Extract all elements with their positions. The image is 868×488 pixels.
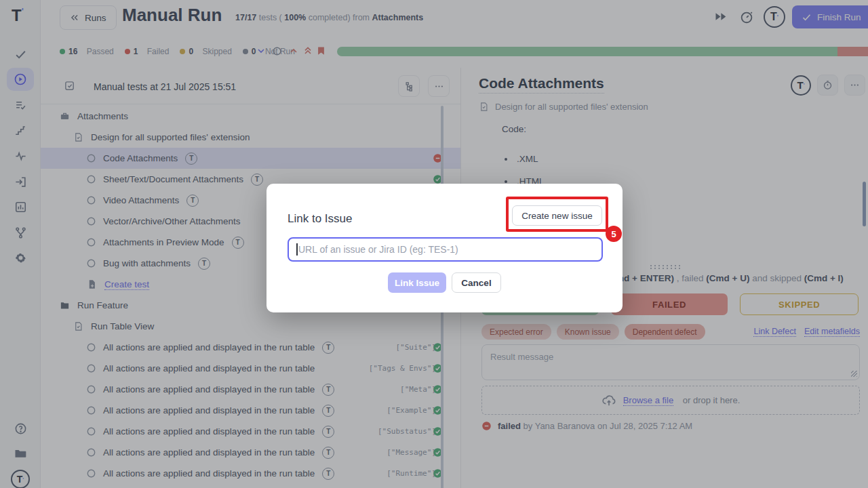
issue-input-wrap [288,237,603,262]
issue-url-input[interactable] [288,237,603,262]
link-to-issue-modal: Link to Issue 5 Create new issue Link Is… [267,184,623,312]
cancel-button[interactable]: Cancel [452,272,501,293]
modal-title: Link to Issue [288,212,352,226]
annotation-step-badge: 5 [606,226,622,242]
text-caret [296,243,298,256]
link-issue-button[interactable]: Link Issue [388,272,446,293]
create-new-issue-button[interactable]: Create new issue [512,205,602,226]
